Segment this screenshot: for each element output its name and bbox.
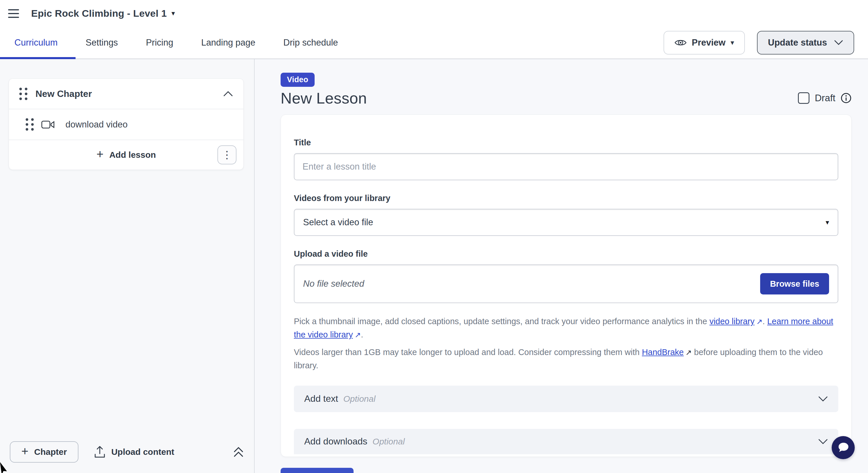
add-chapter-button[interactable]: + Chapter	[10, 441, 79, 463]
help-text-segment: .	[763, 317, 767, 326]
course-title-caret-icon[interactable]: ▾	[171, 9, 175, 17]
video-library-link[interactable]: video library↗	[709, 317, 763, 326]
top-bar: Epic Rock Climbing - Level 1 ▾	[0, 0, 868, 27]
chevron-down-icon	[818, 439, 828, 444]
add-lesson-button[interactable]: + Add lesson	[96, 149, 156, 160]
collapse-all-button[interactable]	[233, 446, 244, 458]
chapter-card: New Chapter download video	[9, 78, 244, 170]
optional-tag: Optional	[343, 394, 375, 404]
header-actions: Preview ▾ Update status	[663, 31, 854, 55]
chapter-footer: + Add lesson ⋮	[9, 140, 243, 169]
lesson-page-title: New Lesson	[281, 89, 367, 107]
kebab-icon: ⋮	[222, 149, 232, 161]
plus-icon: +	[96, 148, 103, 160]
external-link-arrow-icon: ↗	[353, 329, 361, 341]
select-caret-icon: ▾	[826, 218, 829, 226]
hamburger-menu-icon[interactable]	[8, 9, 19, 18]
lesson-row[interactable]: download video	[9, 109, 243, 139]
tab-curriculum[interactable]: Curriculum	[14, 37, 58, 48]
help-text-segment: Videos larger than 1GB may take longer t…	[294, 348, 642, 357]
tab-drip-schedule[interactable]: Drip schedule	[283, 37, 338, 48]
chapter-collapse-chevron-icon[interactable]	[223, 91, 233, 97]
video-library-selected-value: Select a video file	[303, 217, 373, 227]
mouse-cursor	[0, 462, 9, 473]
video-library-select[interactable]: Select a video file ▾	[294, 209, 838, 236]
link-label: video library	[709, 317, 754, 326]
title-field-label: Title	[294, 138, 838, 147]
lesson-editor: Video New Lesson Draft Title	[255, 59, 868, 473]
update-status-chevron-icon	[834, 40, 843, 45]
compression-help-text: Videos larger than 1GB may take longer t…	[294, 346, 838, 372]
tab-landing-page[interactable]: Landing page	[201, 37, 255, 48]
tab-settings[interactable]: Settings	[86, 37, 118, 48]
chat-widget-button[interactable]	[832, 436, 855, 459]
help-text-segment: .	[361, 330, 363, 339]
add-downloads-label: Add downloads	[304, 436, 367, 447]
drag-handle-icon[interactable]	[19, 88, 27, 100]
upload-icon	[94, 446, 105, 458]
video-library-help-text: Pick a thumbnail image, add closed capti…	[294, 315, 838, 342]
drag-handle-icon[interactable]	[26, 118, 34, 131]
lesson-header: New Lesson Draft	[281, 89, 851, 107]
lesson-form-card: Title Videos from your library Select a …	[281, 115, 851, 457]
chapter-header[interactable]: New Chapter	[9, 79, 243, 109]
preview-button[interactable]: Preview ▾	[663, 31, 745, 55]
help-text-segment: Pick a thumbnail image, add closed capti…	[294, 317, 709, 326]
upload-field-label: Upload a video file	[294, 249, 838, 259]
content-area: New Chapter download video	[0, 59, 868, 473]
plus-icon: +	[21, 445, 29, 458]
draft-checkbox[interactable]	[798, 92, 809, 104]
course-title[interactable]: Epic Rock Climbing - Level 1	[31, 8, 167, 19]
optional-tag: Optional	[373, 437, 405, 446]
video-camera-icon	[41, 120, 55, 129]
add-text-label: Add text	[304, 393, 338, 404]
browse-files-button[interactable]: Browse files	[760, 273, 829, 294]
update-status-button[interactable]: Update status	[757, 31, 854, 55]
chapter-options-button[interactable]: ⋮	[217, 145, 237, 164]
external-link-arrow-icon: ↗	[684, 347, 692, 359]
no-file-text: No file selected	[303, 279, 364, 289]
library-field-label: Videos from your library	[294, 193, 838, 203]
lesson-title: download video	[65, 119, 127, 130]
handbrake-link[interactable]: HandBrake↗	[642, 348, 692, 357]
active-tab-underline	[0, 57, 75, 59]
add-downloads-section[interactable]: Add downloads Optional	[294, 429, 838, 454]
upload-content-button[interactable]: Upload content	[94, 446, 174, 458]
draft-toggle-group: Draft	[798, 92, 851, 104]
app-screen: Epic Rock Climbing - Level 1 ▾ Curriculu…	[0, 0, 868, 473]
chevron-down-icon	[818, 396, 828, 402]
info-icon[interactable]	[841, 93, 851, 103]
chat-bubble-icon	[837, 442, 849, 454]
upload-content-label: Upload content	[111, 447, 174, 457]
update-status-label: Update status	[768, 37, 827, 48]
external-link-arrow-icon: ↗	[754, 316, 763, 328]
tab-bar: Curriculum Settings Pricing Landing page…	[0, 27, 868, 59]
add-text-section[interactable]: Add text Optional	[294, 386, 838, 412]
sidebar-footer: + Chapter Upload content	[0, 431, 254, 473]
link-label: HandBrake	[642, 348, 684, 357]
lesson-type-badge: Video	[281, 73, 315, 87]
chapter-title: New Chapter	[35, 89, 92, 99]
lesson-title-input[interactable]	[294, 153, 838, 180]
draft-label: Draft	[815, 93, 835, 103]
tab-pricing[interactable]: Pricing	[146, 37, 173, 48]
curriculum-sidebar: New Chapter download video	[0, 59, 255, 473]
save-lesson-button[interactable]: Save lesson	[281, 468, 353, 473]
add-chapter-label: Chapter	[34, 447, 67, 457]
add-lesson-label: Add lesson	[109, 150, 156, 160]
eye-icon	[675, 38, 687, 47]
preview-button-label: Preview	[692, 37, 725, 48]
preview-caret-icon: ▾	[731, 39, 734, 46]
file-upload-box: No file selected Browse files	[294, 264, 838, 303]
